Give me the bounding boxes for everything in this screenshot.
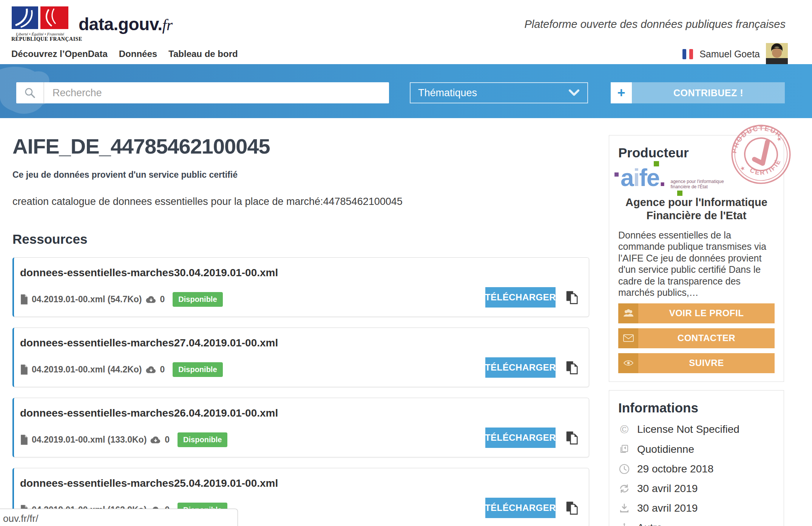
- dataset-description: creation catalogue de donnees essentiell…: [12, 196, 589, 208]
- producer-name: Agence pour l'Informatique Financière de…: [618, 196, 775, 223]
- status-badge: Disponible: [173, 362, 222, 377]
- view-profile-button[interactable]: VOIR LE PROFIL: [618, 303, 775, 323]
- download-button[interactable]: TÉLÉCHARGER: [485, 287, 556, 308]
- download-button[interactable]: TÉLÉCHARGER: [485, 428, 556, 448]
- sidebar: PRODUCTEUR CERTIFIÉ ★ ★ Producteur aife.: [609, 135, 784, 526]
- creation-date-value: 29 octobre 2018: [637, 463, 713, 475]
- downloaded-date-value: 30 avril 2019: [637, 502, 698, 514]
- search-input[interactable]: [44, 82, 389, 103]
- contact-label: CONTACTER: [638, 328, 775, 348]
- user-area: Samuel Goeta: [682, 43, 788, 65]
- resource-meta: 04.2019.01-00.xml (133.0Ko) 0 Disponible: [20, 432, 227, 447]
- site-header: Liberté • Égalité • Fraternité RÉPUBLIQU…: [0, 0, 812, 64]
- certified-note: Ce jeu de données provient d'un service …: [12, 170, 589, 180]
- main-nav: Découvrez l’OpenData Données Tableau de …: [11, 44, 788, 64]
- contribute-label: CONTRIBUEZ !: [632, 82, 785, 103]
- resources-heading: Ressources: [12, 232, 589, 247]
- status-badge: Disponible: [178, 432, 227, 447]
- logo-square-green: [677, 191, 682, 196]
- download-button[interactable]: TÉLÉCHARGER: [485, 357, 556, 378]
- nav-donnees[interactable]: Données: [119, 49, 157, 59]
- nav-discover-opendata[interactable]: Découvrez l’OpenData: [11, 49, 108, 59]
- informations-heading: Informations: [618, 400, 775, 415]
- granularity-value: Autre: [637, 522, 662, 526]
- producer-logo-subtitle: agence pour l'informatique financière de…: [671, 179, 727, 190]
- envelope-icon: [618, 328, 638, 348]
- frequency-icon: [618, 444, 630, 455]
- modified-refresh-icon: [618, 484, 630, 494]
- granularity-row: Autre: [618, 522, 775, 526]
- creation-date-row: 29 octobre 2018: [618, 463, 775, 475]
- resource-title: donnees-essentielles-marches27.04.2019.0…: [20, 337, 278, 349]
- topics-dropdown[interactable]: Thématiques: [410, 82, 588, 103]
- logo-square-purple: [614, 172, 619, 177]
- copyright-icon: ©: [618, 423, 630, 436]
- resource-downloads: 0: [165, 435, 170, 445]
- resource-file: 04.2019.01-00.xml (54.7Ko): [32, 294, 142, 305]
- file-icon: [20, 435, 28, 445]
- modified-date-value: 30 avril 2019: [637, 483, 698, 495]
- download-button[interactable]: TÉLÉCHARGER: [485, 498, 556, 518]
- resource-card: donnees-essentielles-marches27.04.2019.0…: [12, 328, 589, 387]
- stamp-star-left: ★: [739, 165, 746, 172]
- resource-file: 04.2019.01-00.xml (133.0Ko): [32, 435, 147, 445]
- license-row: © License Not Specified: [618, 423, 775, 436]
- page-title: AIFE_DE_44785462100045: [12, 134, 589, 158]
- follow-label: SUIVRE: [638, 353, 775, 373]
- browser-status-url: ouv.fr/fr/: [0, 509, 238, 526]
- site-logo-tld: fr: [162, 16, 173, 34]
- logo-letter: a: [621, 164, 633, 191]
- downloads-cloud-icon: [145, 366, 157, 374]
- producer-description: Données essentielles de la commande publ…: [618, 229, 775, 298]
- producer-panel: PRODUCTEUR CERTIFIÉ ★ ★ Producteur aife.: [609, 135, 784, 382]
- informations-panel: Informations © License Not Specified Quo…: [609, 390, 784, 526]
- granularity-icon: [618, 523, 630, 526]
- nav-tableau-de-bord[interactable]: Tableau de bord: [168, 49, 238, 59]
- downloads-cloud-icon: [150, 436, 161, 444]
- user-name[interactable]: Samuel Goeta: [699, 49, 760, 60]
- marianne-logo: Liberté • Égalité • Fraternité RÉPUBLIQU…: [11, 6, 69, 42]
- copy-icon[interactable]: [565, 290, 578, 305]
- logo-letter: .: [659, 164, 665, 191]
- resource-card: donnees-essentielles-marches30.04.2019.0…: [12, 257, 589, 317]
- copy-icon[interactable]: [565, 501, 578, 515]
- downloaded-date-row: 30 avril 2019: [618, 502, 775, 514]
- certified-producer-stamp: PRODUCTEUR CERTIFIÉ ★ ★: [729, 123, 793, 186]
- resource-card: donnees-essentielles-marches26.04.2019.0…: [12, 398, 589, 457]
- marianne-motto: Liberté • Égalité • Fraternité: [11, 32, 69, 36]
- contact-button[interactable]: CONTACTER: [618, 328, 775, 348]
- marianne-republic: RÉPUBLIQUE FRANÇAISE: [11, 36, 69, 42]
- french-republic-flag-art: [12, 6, 68, 29]
- downloads-cloud-icon: [145, 295, 157, 304]
- copy-icon[interactable]: [565, 431, 578, 445]
- contribute-button[interactable]: + CONTRIBUEZ !: [611, 82, 785, 103]
- file-icon: [20, 365, 28, 375]
- follow-button[interactable]: SUIVRE: [618, 353, 775, 373]
- search-box: [16, 82, 389, 103]
- resource-title: donnees-essentielles-marches26.04.2019.0…: [20, 407, 278, 419]
- eye-icon: [618, 353, 638, 373]
- french-flag-icon: [682, 49, 693, 59]
- site-tagline: Plateforme ouverte des données publiques…: [524, 18, 786, 31]
- frequency-row: Quotidienne: [618, 443, 775, 455]
- logo-letter: fe: [639, 164, 659, 191]
- avatar[interactable]: [766, 43, 788, 65]
- resource-file: 04.2019.01-00.xml (44.2Ko): [32, 365, 142, 375]
- stamp-star-right: ★: [776, 135, 783, 143]
- users-icon: [618, 303, 638, 323]
- resource-title: donnees-essentielles-marches25.04.2019.0…: [20, 477, 278, 489]
- topics-label: Thématiques: [418, 87, 477, 99]
- resource-meta: 04.2019.01-00.xml (54.7Ko) 0 Disponible: [20, 292, 223, 307]
- view-profile-label: VOIR LE PROFIL: [638, 303, 775, 323]
- download-tray-icon: [618, 503, 630, 513]
- resource-downloads: 0: [160, 294, 165, 305]
- site-logo[interactable]: data.gouv.fr: [79, 14, 173, 34]
- frequency-value: Quotidienne: [637, 443, 694, 455]
- search-icon: [16, 82, 44, 103]
- logo-square-green: [654, 161, 659, 166]
- plus-icon: +: [611, 82, 632, 103]
- copy-icon[interactable]: [565, 360, 578, 375]
- file-icon: [20, 294, 28, 305]
- search-band: Thématiques + CONTRIBUEZ !: [0, 64, 812, 118]
- resource-title: donnees-essentielles-marches30.04.2019.0…: [20, 267, 278, 279]
